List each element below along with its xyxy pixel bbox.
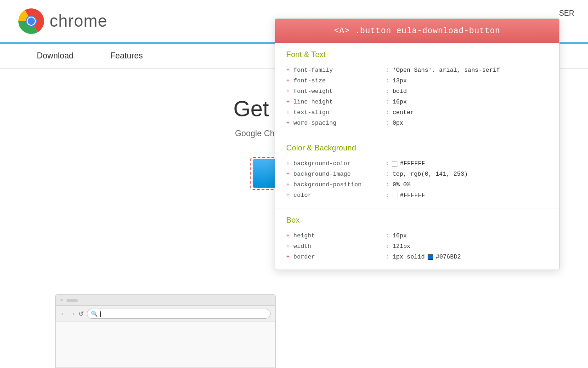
back-arrow-icon[interactable]: ←: [60, 310, 67, 317]
nav-download[interactable]: Download: [18, 44, 92, 68]
plus-icon-10: +: [286, 192, 290, 199]
plus-icon-5: +: [286, 109, 290, 116]
prop-name-color: color: [294, 192, 385, 199]
font-text-title: Font & Text: [286, 50, 548, 59]
prop-name-font-size: font-size: [294, 77, 385, 84]
prop-value-font-family: : 'Open Sans', arial, sans-serif: [385, 67, 500, 74]
forward-arrow-icon[interactable]: →: [69, 310, 76, 317]
prop-value-word-spacing: : 0px: [385, 120, 403, 126]
prop-name-font-weight: font-weight: [294, 88, 385, 95]
prop-name-border: border: [294, 253, 385, 260]
prop-background-position: + background-position : 0% 0%: [286, 179, 548, 190]
prop-border: + border : 1px solid #076BD2: [286, 252, 548, 262]
plus-icon-13: +: [286, 253, 290, 260]
prop-value-border: : 1px solid #076BD2: [385, 253, 461, 260]
browser-close-icon[interactable]: ×: [60, 298, 63, 303]
inspector-header: <A> .button eula-download-button: [275, 19, 559, 43]
prop-line-height: + line-height : 16px: [286, 97, 548, 107]
prop-background-image: + background-image : top, rgb(0, 141, 25…: [286, 169, 548, 179]
color-swatch-bg: [392, 161, 397, 167]
prop-value-bg-position: : 0% 0%: [385, 181, 411, 188]
inspector-element-label: <A> .button eula-download-button: [334, 26, 500, 35]
prop-name-bg-image: background-image: [294, 171, 385, 178]
prop-value-text-align: : center: [385, 109, 414, 116]
prop-name-font-family: font-family: [294, 67, 385, 74]
prop-value-color: : #FFFFFF: [385, 192, 425, 199]
address-bar[interactable]: 🔍 |: [87, 309, 271, 319]
inspector-body: Font & Text + font-family : 'Open Sans',…: [275, 43, 559, 270]
prop-name-bg-position: background-position: [294, 181, 385, 188]
plus-icon: +: [286, 67, 290, 74]
nav-features[interactable]: Features: [92, 44, 161, 68]
plus-icon-9: +: [286, 181, 290, 188]
color-swatch-border: [428, 254, 433, 260]
plus-icon-12: +: [286, 243, 290, 250]
prop-name-bg-color: background-color: [294, 160, 385, 167]
prop-name-text-align: text-align: [294, 109, 385, 116]
plus-icon-4: +: [286, 98, 290, 105]
search-cursor: |: [100, 310, 101, 317]
prop-name-height: height: [294, 232, 385, 239]
prop-value-line-height: : 16px: [385, 98, 407, 105]
prop-name-width: width: [294, 243, 385, 250]
prop-font-size: + font-size : 13px: [286, 75, 548, 86]
prop-value-font-size: : 13px: [385, 77, 407, 84]
prop-name-word-spacing: word-spacing: [294, 120, 385, 126]
color-background-title: Color & Background: [286, 144, 548, 153]
box-section: Box + height : 16px + width : 121px + bo…: [275, 208, 559, 270]
prop-height: + height : 16px: [286, 230, 548, 241]
prop-name-line-height: line-height: [294, 98, 385, 105]
search-icon: 🔍: [91, 310, 98, 317]
browser-mock-nav: ← → ↺ 🔍 |: [56, 306, 275, 322]
chrome-logo-text: chrome: [50, 12, 107, 31]
color-swatch-text: [392, 193, 397, 198]
plus-icon-2: +: [286, 77, 290, 84]
prop-value-font-weight: : bold: [385, 88, 407, 95]
chrome-logo: chrome: [18, 8, 107, 34]
plus-icon-11: +: [286, 232, 290, 239]
plus-icon-3: +: [286, 88, 290, 95]
plus-icon-6: +: [286, 120, 290, 126]
browser-tab[interactable]: [67, 299, 78, 302]
prop-word-spacing: + word-spacing : 0px: [286, 118, 548, 128]
box-title: Box: [286, 216, 548, 225]
prop-value-bg-color: : #FFFFFF: [385, 160, 425, 167]
browser-mockup: × ← → ↺ 🔍 |: [55, 294, 276, 368]
prop-background-color: + background-color : #FFFFFF: [286, 158, 548, 169]
prop-color: + color : #FFFFFF: [286, 190, 548, 201]
prop-text-align: + text-align : center: [286, 107, 548, 118]
font-text-section: Font & Text + font-family : 'Open Sans',…: [275, 43, 559, 136]
prop-value-height: : 16px: [385, 232, 407, 239]
svg-point-3: [28, 17, 35, 25]
prop-font-weight: + font-weight : bold: [286, 86, 548, 97]
prop-value-width: : 121px: [385, 243, 411, 250]
chrome-logo-icon: [18, 8, 44, 34]
plus-icon-8: +: [286, 171, 290, 178]
prop-value-bg-image: : top, rgb(0, 141, 253): [385, 171, 468, 178]
refresh-icon[interactable]: ↺: [79, 310, 84, 317]
browser-mock-titlebar: ×: [56, 295, 275, 306]
plus-icon-7: +: [286, 160, 290, 167]
color-background-section: Color & Background + background-color : …: [275, 136, 559, 208]
prop-font-family: + font-family : 'Open Sans', arial, sans…: [286, 65, 548, 75]
prop-width: + width : 121px: [286, 241, 548, 252]
inspector-panel: <A> .button eula-download-button Font & …: [275, 18, 560, 270]
